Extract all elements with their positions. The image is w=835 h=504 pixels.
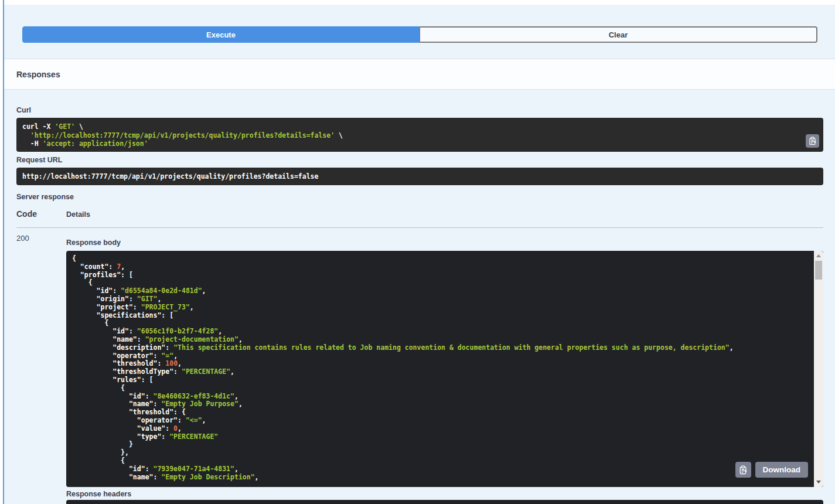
responses-title: Responses (16, 70, 60, 79)
response-body-code: { "count": 7, "profiles": [ { "id": "d65… (72, 254, 734, 481)
server-response-label: Server response (16, 193, 74, 201)
response-headers-block (66, 500, 823, 504)
curl-command-block: curl -X 'GET' \ 'http://localhost:7777/t… (16, 118, 823, 152)
scrollbar-thumb[interactable] (815, 261, 822, 280)
curl-code: curl -X 'GET' \ 'http://localhost:7777/t… (22, 122, 343, 148)
opblock-body: Execute Clear Responses Curl curl -X 'GE… (4, 5, 835, 504)
status-code: 200 (16, 234, 29, 243)
request-url-label: Request URL (16, 156, 62, 164)
copy-curl-button[interactable] (806, 134, 819, 148)
code-column-header: Code (16, 209, 37, 219)
execute-wrapper: Execute Clear (22, 26, 817, 43)
execute-button[interactable]: Execute (22, 26, 420, 43)
responses-section-header: Responses (4, 59, 835, 90)
request-url-block: http://localhost:7777/tcmp/api/v1/projec… (16, 168, 823, 185)
copy-response-button[interactable] (735, 462, 751, 478)
response-body-block[interactable]: { "count": 7, "profiles": [ { "id": "d65… (66, 251, 823, 487)
clear-button[interactable]: Clear (420, 26, 817, 43)
response-body-controls: Download (735, 462, 809, 478)
details-column-header: Details (66, 210, 90, 219)
download-button[interactable]: Download (755, 462, 809, 478)
curl-label: Curl (16, 106, 31, 114)
response-body-scrollbar[interactable] (814, 251, 823, 487)
swagger-operation-block: Execute Clear Responses Curl curl -X 'GE… (0, 0, 835, 504)
clipboard-copy-icon (738, 465, 748, 475)
response-headers-label: Response headers (66, 490, 131, 498)
request-url-value: http://localhost:7777/tcmp/api/v1/projec… (22, 172, 318, 181)
table-divider (16, 227, 823, 228)
clipboard-copy-icon (808, 137, 817, 145)
response-body-label: Response body (66, 239, 121, 247)
responses-inner: Curl curl -X 'GET' \ 'http://localhost:7… (16, 90, 823, 504)
scroll-up-arrow-icon[interactable] (816, 254, 821, 257)
scroll-down-arrow-icon[interactable] (816, 481, 821, 483)
